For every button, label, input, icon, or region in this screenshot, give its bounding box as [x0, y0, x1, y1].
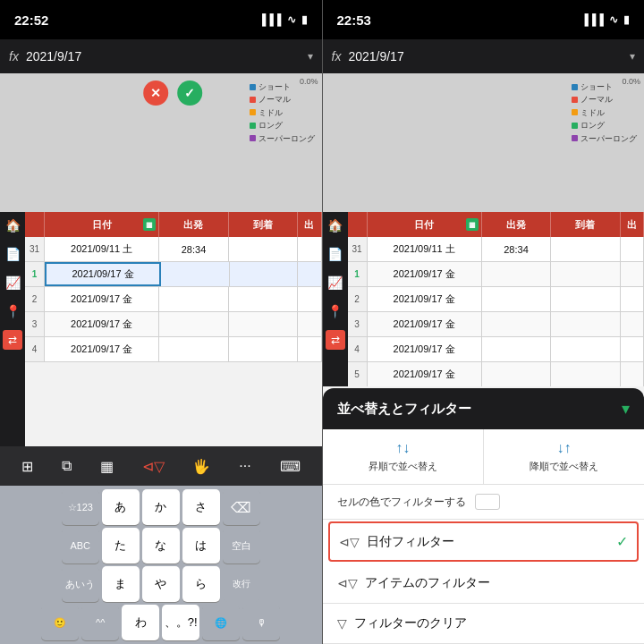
kb-key-sa[interactable]: さ [182, 489, 220, 525]
kb-key-aiu[interactable]: あいう [62, 566, 99, 602]
cancel-button[interactable]: ✕ [143, 80, 168, 106]
toolbar-table-icon[interactable]: ⊞ [16, 454, 38, 479]
cell-date-r1[interactable]: 2021/09/17 金 [368, 262, 482, 286]
kb-key-caret[interactable]: ^^ [81, 605, 119, 640]
cell-out-r31[interactable] [621, 237, 644, 261]
filter-item-date[interactable]: ⊲▽ 日付フィルター ✓ [328, 521, 640, 562]
table-row[interactable]: 5 2021/09/17 金 [348, 362, 645, 386]
sidebar-chart-icon-r[interactable]: 📈 [326, 273, 345, 292]
cell-date-selected[interactable]: 2021/09/17 金 [45, 262, 161, 286]
cell-depart-r4[interactable] [482, 337, 551, 361]
kb-key-123[interactable]: ☆123 [62, 489, 99, 525]
cell-out[interactable] [298, 237, 321, 261]
cell-arrive-r1[interactable] [551, 262, 620, 286]
cell-out-r1[interactable] [621, 262, 644, 286]
kb-key-a[interactable]: あ [102, 489, 140, 525]
toolbar-grid-icon[interactable]: ▦ [95, 454, 119, 479]
sidebar-pin-icon[interactable]: 📍 [3, 301, 22, 321]
kb-key-ha[interactable]: は [182, 528, 220, 564]
cell-date-r2[interactable]: 2021/09/17 金 [368, 287, 482, 311]
toolbar-more-icon[interactable]: ··· [233, 454, 256, 478]
cell-date-r4[interactable]: 2021/09/17 金 [368, 337, 482, 361]
cell-depart-r31[interactable]: 28:34 [482, 237, 551, 261]
cell-arrive[interactable] [229, 237, 298, 261]
toolbar-keyboard-icon[interactable]: ⌨ [275, 454, 306, 479]
table-row[interactable]: 31 2021/09/11 土 28:34 [25, 237, 322, 262]
table-row[interactable]: 2 2021/09/17 金 [348, 287, 645, 312]
cell-out[interactable] [298, 337, 321, 361]
cell-date-r31[interactable]: 2021/09/11 土 [368, 237, 482, 261]
cell-out-r5[interactable] [621, 362, 644, 386]
kb-key-punct[interactable]: 、。?! [162, 605, 199, 640]
kb-key-ma[interactable]: ま [102, 566, 140, 602]
sidebar-chart-icon[interactable]: 📈 [3, 273, 22, 292]
kb-key-globe[interactable]: 🌐 [202, 605, 240, 640]
color-swatch[interactable] [475, 494, 500, 510]
cell-out-selected[interactable] [298, 262, 321, 286]
sidebar-pin-icon-r[interactable]: 📍 [326, 301, 345, 321]
sidebar-arrow-icon[interactable]: ⇄ [3, 330, 22, 350]
kb-key-na[interactable]: な [142, 528, 180, 564]
sidebar-home-icon-r[interactable]: 🏠 [326, 216, 345, 235]
kb-key-return[interactable]: 改行 [223, 566, 260, 602]
cell-out[interactable] [298, 312, 321, 336]
kb-key-delete[interactable]: ⌫ [223, 489, 260, 525]
cell-date-r5[interactable]: 2021/09/17 金 [368, 362, 482, 386]
table-row[interactable]: 2 2021/09/17 金 [25, 287, 322, 312]
cell-arrive-r31[interactable] [551, 237, 620, 261]
toolbar-copy-icon[interactable]: ⧉ [56, 454, 77, 478]
cell-depart-r5[interactable] [482, 362, 551, 386]
table-row[interactable]: 31 2021/09/11 土 28:34 [348, 237, 645, 262]
sort-descending-button[interactable]: ↓↑ 降順で並べ替え [484, 429, 644, 484]
toolbar-touch-icon[interactable]: 🖐 [187, 454, 216, 479]
cell-arrive-r4[interactable] [551, 337, 620, 361]
sidebar-home-icon[interactable]: 🏠 [3, 216, 22, 235]
kb-key-abc[interactable]: ABC [62, 528, 99, 564]
kb-key-ya[interactable]: や [142, 566, 180, 602]
cell-date-r3[interactable]: 2021/09/17 金 [368, 312, 482, 336]
table-row[interactable]: 1 2021/09/17 金 [25, 262, 322, 287]
kb-key-ta[interactable]: た [102, 528, 140, 564]
cell-depart[interactable] [159, 312, 228, 336]
cell-out-r3[interactable] [621, 312, 644, 336]
date-filter-icon-r[interactable]: ▦ [466, 218, 479, 231]
cell-arrive[interactable] [229, 287, 298, 311]
cell-out-r2[interactable] [621, 287, 644, 311]
cell-depart-r1[interactable] [482, 262, 551, 286]
table-row[interactable]: 4 2021/09/17 金 [348, 337, 645, 362]
table-row[interactable]: 4 2021/09/17 金 [25, 337, 322, 362]
sidebar-doc-icon-r[interactable]: 📄 [326, 244, 345, 264]
cell-out[interactable] [298, 287, 321, 311]
table-row[interactable]: 3 2021/09/17 金 [25, 312, 322, 337]
filter-item-clear[interactable]: ▽ フィルターのクリア [323, 604, 645, 644]
cell-arrive[interactable] [229, 312, 298, 336]
cell-date[interactable]: 2021/09/17 金 [45, 312, 159, 336]
kb-key-ka[interactable]: か [142, 489, 180, 525]
date-filter-icon[interactable]: ▦ [143, 218, 156, 231]
kb-key-mic[interactable]: 🎙 [242, 605, 280, 640]
cell-arrive[interactable] [229, 337, 298, 361]
cell-depart-r3[interactable] [482, 312, 551, 336]
kb-key-ra[interactable]: ら [182, 566, 220, 602]
kb-key-space[interactable]: 空白 [223, 528, 260, 564]
cell-date[interactable]: 2021/09/17 金 [45, 287, 159, 311]
cell-depart-selected[interactable] [161, 262, 230, 286]
cell-depart[interactable]: 28:34 [159, 237, 228, 261]
cell-depart[interactable] [159, 287, 228, 311]
table-row[interactable]: 3 2021/09/17 金 [348, 312, 645, 337]
ok-button[interactable]: ✓ [177, 80, 202, 106]
cell-out-r4[interactable] [621, 337, 644, 361]
cell-arrive-r2[interactable] [551, 287, 620, 311]
cell-depart[interactable] [159, 337, 228, 361]
kb-key-emoji[interactable]: 🙂 [41, 605, 79, 640]
kb-key-wa[interactable]: わ [122, 605, 159, 640]
sidebar-arrow-icon-r[interactable]: ⇄ [326, 330, 345, 350]
cell-arrive-r3[interactable] [551, 312, 620, 336]
table-row[interactable]: 1 2021/09/17 金 [348, 262, 645, 287]
cell-date[interactable]: 2021/09/11 土 [45, 237, 159, 261]
sidebar-doc-icon[interactable]: 📄 [3, 244, 22, 264]
toolbar-filter-icon[interactable]: ⊲▽ [137, 454, 170, 479]
sort-ascending-button[interactable]: ↑↓ 昇順で並べ替え [323, 429, 484, 484]
cell-date[interactable]: 2021/09/17 金 [45, 337, 159, 361]
filter-item-items[interactable]: ⊲▽ アイテムのフィルター [323, 564, 645, 604]
